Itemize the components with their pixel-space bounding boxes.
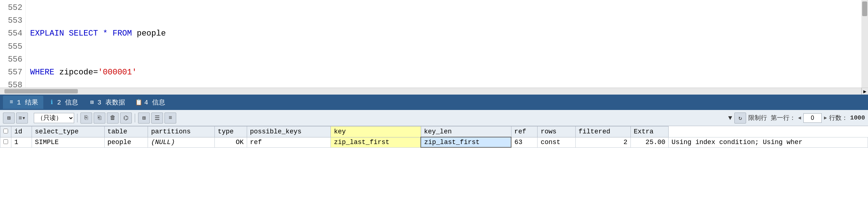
limit-start-input[interactable] <box>803 113 822 123</box>
toolbar-right: ▼ ↻ 限制行 第一行： ◄ ► 行数： 1000 <box>728 113 865 124</box>
scrollbar-thumb[interactable] <box>862 1 867 16</box>
info-tab-icon: ℹ <box>48 99 55 106</box>
export-btn[interactable]: ⌬ <box>120 113 132 124</box>
form-btn[interactable]: ☰ <box>151 113 163 124</box>
table-header-row: id select_type table partitions type pos… <box>0 126 868 137</box>
grid-view-btn[interactable]: ⊞ <box>3 113 15 124</box>
tab-info[interactable]: ℹ 2 信息 <box>43 96 84 109</box>
limit-label: 限制行 第一行： <box>748 114 796 122</box>
cell-key-len: 63 <box>511 137 538 147</box>
tabledata-tab-label: 3 表数据 <box>97 98 125 107</box>
col-header-filtered[interactable]: filtered <box>575 126 630 137</box>
code-line-552: EXPLAIN SELECT * FROM people <box>30 27 864 40</box>
col-header-partitions[interactable]: partitions <box>148 126 215 137</box>
refresh-btn[interactable]: ↻ <box>734 113 746 124</box>
row-checkbox[interactable] <box>0 137 11 147</box>
cell-filtered: 25.00 <box>630 137 668 147</box>
cell-possible-keys: ref <box>247 137 331 147</box>
tabs-bar: ≡ 1 结果 ℹ 2 信息 ⊞ 3 表数据 📋 4 信息 <box>0 95 868 110</box>
code-lines[interactable]: EXPLAIN SELECT * FROM people WHERE zipco… <box>26 0 868 88</box>
menu-btn[interactable]: ≡▾ <box>16 113 28 124</box>
separator-2 <box>135 114 135 122</box>
result-table: id select_type table partitions type pos… <box>0 126 868 148</box>
separator-1 <box>77 114 77 122</box>
col-header-extra[interactable]: Extra <box>630 126 668 137</box>
nav-next-btn[interactable]: ► <box>824 115 827 121</box>
col-header-select-type[interactable]: select_type <box>32 126 104 137</box>
col-header-checkbox[interactable] <box>0 126 11 137</box>
col-header-table[interactable]: table <box>104 126 148 137</box>
grid-btn[interactable]: ⊞ <box>138 113 150 124</box>
cell-partitions: (NULL) <box>148 137 215 147</box>
results-tab-label: 1 结果 <box>17 98 38 107</box>
cell-ref: const <box>538 137 575 147</box>
readonly-select[interactable]: （只读） <box>34 113 74 123</box>
cell-table: people <box>104 137 148 147</box>
cell-rows: 2 <box>575 137 630 147</box>
col-header-type[interactable]: type <box>215 126 247 137</box>
filter-icon: ▼ <box>728 114 732 122</box>
vertical-scrollbar[interactable] <box>861 0 868 88</box>
row-select-checkbox[interactable] <box>3 139 8 144</box>
col-header-rows[interactable]: rows <box>538 126 575 137</box>
info2-tab-icon: 📋 <box>135 99 142 106</box>
rows-value: 1000 <box>850 114 865 121</box>
horiz-scrollbar-thumb[interactable] <box>4 89 78 93</box>
text-btn[interactable]: ≡ <box>164 113 176 124</box>
cell-key: zip_last_first <box>331 137 421 147</box>
scroll-right-btn[interactable]: ▶ <box>861 88 868 95</box>
paste-btn[interactable]: ⎗ <box>94 113 105 124</box>
cell-select-type: SIMPLE <box>32 137 104 147</box>
cell-id: 1 <box>11 137 32 147</box>
cell-extra: Using index condition; Using wher <box>669 137 868 147</box>
col-header-id[interactable]: id <box>11 126 32 137</box>
tab-results[interactable]: ≡ 1 结果 <box>3 96 43 109</box>
tabledata-tab-icon: ⊞ <box>88 99 95 106</box>
result-table-wrapper: id select_type table partitions type pos… <box>0 126 868 148</box>
results-toolbar: ⊞ ≡▾ （只读） ⎘ ⎗ 🗑 ⌬ ⊞ ☰ ≡ ▼ ↻ 限制行 第一行： ◄ ►… <box>0 110 868 126</box>
rows-label: 行数： <box>829 114 848 122</box>
code-editor[interactable]: 552 553 554 555 556 557 558 EXPLAIN SELE… <box>0 0 868 88</box>
delete-btn[interactable]: 🗑 <box>107 113 119 124</box>
col-header-key-len[interactable]: key_len <box>421 126 511 137</box>
line-numbers: 552 553 554 555 556 557 558 <box>0 0 26 88</box>
tab-tabledata[interactable]: ⊞ 3 表数据 <box>83 96 130 109</box>
code-line-553: WHERE zipcode='000001' <box>30 66 864 79</box>
results-tab-icon: ≡ <box>8 99 15 106</box>
horizontal-scrollbar[interactable]: ▶ <box>0 88 868 95</box>
table-row[interactable]: 1 SIMPLE people (NULL) OK ref zip_last_f… <box>0 137 868 147</box>
cell-type: OK <box>215 137 247 147</box>
col-header-key[interactable]: key <box>331 126 421 137</box>
nav-prev-btn[interactable]: ◄ <box>798 115 801 121</box>
info-tab-label: 2 信息 <box>57 98 79 107</box>
tab-info2[interactable]: 📋 4 信息 <box>130 96 171 109</box>
col-header-possible-keys[interactable]: possible_keys <box>247 126 331 137</box>
select-all-checkbox[interactable] <box>3 129 8 133</box>
info2-tab-label: 4 信息 <box>144 98 166 107</box>
copy-btn[interactable]: ⎘ <box>80 113 92 124</box>
cell-key-selected: zip_last_first <box>421 137 511 147</box>
col-header-ref[interactable]: ref <box>511 126 538 137</box>
